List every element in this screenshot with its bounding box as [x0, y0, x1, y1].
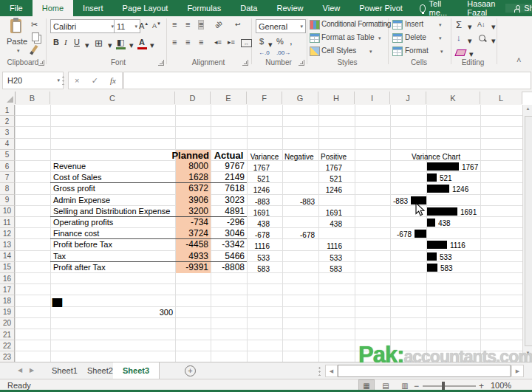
insert-function-button[interactable]: fx [110, 76, 116, 85]
column-header-K[interactable]: K [426, 92, 480, 104]
sheet-tab-sheet3[interactable]: Sheet3 [113, 362, 160, 380]
ribbon-tab-view[interactable]: View [313, 0, 350, 16]
row-header-12[interactable]: 12 [0, 228, 15, 239]
collapse-ribbon-button[interactable]: ˄ [516, 56, 521, 64]
enter-button[interactable]: ✓ [92, 76, 98, 86]
hscroll-splitter[interactable] [318, 366, 321, 376]
comma-style-button[interactable]: , [290, 36, 293, 46]
middle-align-button[interactable]: ≡ [185, 21, 190, 29]
column-header-G[interactable]: G [282, 92, 318, 104]
align-center-button[interactable]: ≡ [185, 38, 190, 47]
insert-cells-button[interactable]: Insert ▾ [392, 19, 449, 30]
cut-button[interactable]: ✂ [31, 21, 38, 29]
row-header-19[interactable]: 19 [0, 307, 15, 318]
column-header-F[interactable]: F [247, 92, 282, 104]
sheet-nav-right-icon[interactable]: ▶ [30, 367, 34, 374]
page-break-view-button[interactable]: ▥ [398, 380, 412, 391]
row-header-3[interactable]: 3 [0, 127, 15, 138]
find-select-button[interactable] [479, 35, 485, 41]
wrap-text-button[interactable]: ↩ [235, 21, 241, 28]
chevron-down-icon[interactable]: ▾ [468, 23, 472, 31]
tell-me-box[interactable]: Tell me... [412, 0, 457, 16]
format-cells-button[interactable]: Format ▾ [392, 46, 449, 57]
sort-filter-button[interactable]: A↓ [477, 21, 485, 28]
row-header-14[interactable]: 14 [0, 251, 15, 262]
align-right-button[interactable]: ≡ [199, 38, 203, 47]
account-name[interactable]: Hasaan Fazal [457, 0, 505, 17]
alignment-dialog-launcher[interactable] [242, 60, 248, 66]
normal-view-button[interactable]: ▦ [359, 380, 374, 391]
row-header-23[interactable]: 23 [0, 351, 15, 362]
column-header-H[interactable]: H [318, 92, 355, 104]
row-header-22[interactable]: 22 [0, 340, 15, 351]
worksheet-grid[interactable]: 1234567891011121314151617181920212223Pla… [0, 105, 522, 362]
column-header-E[interactable]: E [211, 92, 247, 104]
row-header-7[interactable]: 7 [0, 172, 15, 183]
chevron-down-icon[interactable]: ▾ [108, 41, 112, 49]
ribbon-tab-page-layout[interactable]: Page Layout [113, 0, 178, 16]
align-left-button[interactable]: ≡ [172, 38, 177, 47]
row-header-13[interactable]: 13 [0, 239, 15, 250]
number-dialog-launcher[interactable] [299, 60, 304, 66]
scroll-up-icon[interactable]: ▲ [523, 106, 532, 111]
share-button[interactable]: Share [505, 4, 532, 13]
underline-button[interactable]: U [74, 38, 80, 47]
row-header-1[interactable]: 1 [0, 105, 15, 116]
row-header-9[interactable]: 9 [0, 195, 15, 206]
column-header-D[interactable]: D [175, 92, 211, 104]
paste-button[interactable]: Paste ▾ [4, 19, 30, 56]
row-header-11[interactable]: 11 [0, 217, 15, 228]
delete-cells-button[interactable]: Delete ▾ [392, 32, 449, 44]
row-header-2[interactable]: 2 [0, 116, 15, 127]
autosum-button[interactable]: Σ [456, 20, 462, 30]
row-header-21[interactable]: 21 [0, 329, 15, 340]
cancel-button[interactable]: × [75, 76, 79, 85]
accounting-format-button[interactable]: $ [259, 38, 264, 46]
chevron-down-icon[interactable]: ▾ [491, 37, 496, 45]
row-header-15[interactable]: 15 [0, 262, 15, 273]
row-header-4[interactable]: 4 [0, 139, 15, 150]
format-as-table-button[interactable]: Format as Table ▾ [310, 32, 386, 44]
ribbon-tab-file[interactable]: File [0, 0, 33, 16]
font-name-select[interactable]: Calibri ▾ [50, 19, 117, 33]
ribbon-tab-formulas[interactable]: Formulas [177, 0, 231, 16]
borders-button[interactable]: ⊞ [95, 38, 103, 48]
ribbon-tab-home[interactable]: Home [33, 0, 73, 16]
row-header-20[interactable]: 20 [0, 318, 15, 329]
ribbon-tab-insert[interactable]: Insert [73, 0, 113, 16]
zoom-slider-thumb[interactable] [442, 382, 445, 390]
select-all-button[interactable] [0, 92, 16, 104]
bold-button[interactable]: B [53, 38, 59, 47]
increase-font-button[interactable]: A▲ [139, 21, 149, 30]
zoom-level[interactable]: 100% [491, 381, 511, 390]
font-color-button[interactable]: A [139, 38, 145, 47]
orientation-button[interactable]: ab [214, 20, 223, 30]
row-header-8[interactable]: 8 [0, 183, 15, 194]
fill-color-button[interactable]: ◧ [117, 38, 124, 47]
new-sheet-button[interactable]: + [185, 365, 196, 376]
decrease-decimal-button[interactable]: .00→ [276, 50, 290, 56]
row-header-16[interactable]: 16 [0, 273, 15, 284]
conditional-formatting-button[interactable]: Conditional Formatting ▾ [310, 19, 386, 30]
vertical-scrollbar[interactable]: ▲ ▼ [522, 105, 532, 362]
formula-bar-splitter[interactable] [62, 75, 64, 85]
number-format-select[interactable]: General ▾ [256, 19, 306, 33]
chevron-down-icon[interactable]: ▾ [469, 50, 474, 58]
scroll-left-icon[interactable]: ◀ [325, 365, 338, 377]
ribbon-tab-review[interactable]: Review [267, 0, 313, 16]
column-header-L[interactable]: L [480, 92, 522, 104]
zoom-slider-track[interactable] [423, 385, 476, 387]
chevron-down-icon[interactable]: ▾ [491, 23, 496, 31]
font-dialog-launcher[interactable] [158, 60, 164, 66]
sheet-nav-left-icon[interactable]: ◀ [18, 367, 22, 374]
decrease-font-button[interactable]: A▼ [152, 21, 161, 30]
chevron-down-icon[interactable]: ▾ [129, 41, 134, 49]
bottom-align-button[interactable]: ≡ [199, 21, 203, 29]
merge-center-button[interactable]: ↔ [241, 39, 252, 47]
page-layout-view-button[interactable]: ▤ [378, 380, 393, 391]
row-header-18[interactable]: 18 [0, 295, 15, 306]
row-header-10[interactable]: 10 [0, 206, 15, 217]
cell-styles-button[interactable]: Cell Styles ▾ [310, 46, 386, 57]
chevron-down-icon[interactable]: ▾ [150, 41, 154, 49]
row-header-6[interactable]: 6 [0, 161, 15, 172]
